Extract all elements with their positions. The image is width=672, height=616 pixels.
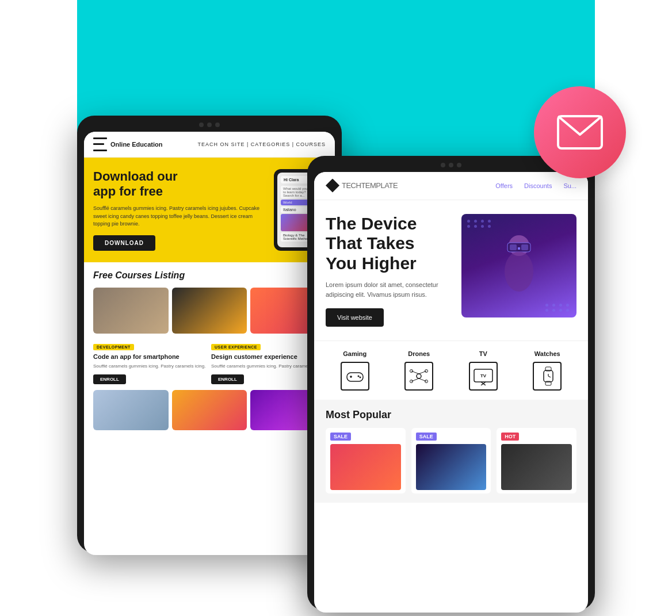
svg-point-12: [417, 374, 421, 378]
tablets-container: Online Education TEACH ON SITE | CATEGOR…: [77, 81, 595, 570]
course-image-1: [93, 288, 169, 334]
tech-nav-links: Offers Discounts Su...: [495, 182, 576, 189]
product-image-1: [330, 444, 401, 490]
category-drones: Drones: [390, 350, 449, 391]
mail-icon-container: [534, 86, 626, 178]
gaming-icon: [341, 362, 369, 391]
scene: Online Education TEACH ON SITE | CATEGOR…: [0, 0, 672, 616]
tablet-left: Online Education TEACH ON SITE | CATEGOR…: [77, 116, 342, 553]
tech-nav-offers[interactable]: Offers: [495, 182, 513, 189]
product-image-3: [501, 444, 572, 490]
vr-person-icon: [496, 231, 542, 300]
tech-logo: TECHTEMPLATE: [326, 179, 398, 193]
bottom-image-1: [93, 390, 169, 430]
vr-dot: [488, 220, 491, 223]
drones-icon: [404, 362, 433, 391]
enroll-button-1[interactable]: ENROLL: [93, 374, 126, 384]
tech-nav-sub[interactable]: Su...: [563, 182, 576, 189]
svg-rect-4: [521, 244, 528, 250]
tech-hero-description: Lorem ipsum dolor sit amet, consectetur …: [326, 280, 450, 299]
tech-logo-text: TECHTEMPLATE: [342, 181, 398, 190]
tv-icon: TV: [469, 362, 498, 391]
vr-dot: [559, 304, 562, 307]
svg-rect-5: [518, 247, 520, 250]
edu-courses-section: Free Courses Listing DEVELOPMENT Code an…: [84, 262, 335, 438]
tablet-left-dots: [84, 123, 335, 127]
logo-bar: [93, 137, 107, 139]
vr-dots-bottom: [545, 304, 571, 312]
course-image-2: [172, 288, 247, 334]
vr-dots-top: [467, 220, 492, 228]
vr-dot: [474, 220, 477, 223]
dot: [199, 123, 204, 127]
edu-hero: Download our app for free Soufflé carame…: [84, 158, 335, 262]
edu-logo: Online Education: [93, 137, 162, 151]
svg-point-11: [359, 377, 361, 378]
course-bottom-images: [93, 390, 326, 430]
edu-logo-icon: [93, 137, 107, 151]
svg-point-10: [357, 376, 359, 377]
tech-navbar: TECHTEMPLATE Offers Discounts Su...: [314, 172, 588, 200]
popular-products-row: SALE SALE HOT: [326, 428, 576, 493]
vr-dot: [545, 304, 548, 307]
tech-hero-text: The Device That Takes You Higher Lorem i…: [326, 214, 450, 327]
dot: [215, 123, 220, 127]
dot: [441, 163, 445, 167]
tech-hero-image: [461, 214, 576, 317]
tablet-right-screen: TECHTEMPLATE Offers Discounts Su... The …: [314, 172, 588, 613]
product-card-3: HOT: [497, 428, 576, 493]
svg-line-29: [548, 376, 551, 377]
product-card-2: SALE: [411, 428, 491, 493]
category-drones-label: Drones: [390, 350, 449, 357]
vr-dot: [488, 225, 491, 228]
product-badge-3: HOT: [501, 433, 519, 441]
edu-download-button[interactable]: DOWNLOAD: [93, 235, 155, 251]
logo-bar: [93, 150, 107, 151]
edu-hero-heading: Download our app for free: [93, 169, 267, 200]
tech-popular: Most Popular SALE SALE HOT: [314, 400, 588, 503]
bottom-image-2: [172, 390, 247, 430]
popular-heading: Most Popular: [326, 409, 576, 421]
category-gaming-label: Gaming: [326, 350, 384, 357]
dot: [207, 123, 212, 127]
vr-dot: [566, 304, 569, 307]
courses-heading: Free Courses Listing: [93, 270, 326, 281]
tech-nav-discounts[interactable]: Discounts: [524, 182, 552, 189]
tech-hero-heading: The Device That Takes You Higher: [326, 214, 450, 274]
vr-dot: [467, 220, 470, 223]
visit-website-button[interactable]: Visit website: [326, 308, 384, 327]
product-badge-1: SALE: [330, 433, 351, 441]
categories-row: Gaming: [326, 350, 576, 391]
vr-dot: [467, 225, 470, 228]
vr-dot: [552, 304, 555, 307]
course-images-row: [93, 288, 326, 334]
svg-rect-3: [510, 244, 517, 250]
enroll-button-2[interactable]: ENROLL: [211, 374, 244, 384]
category-watches: Watches: [518, 350, 577, 391]
vr-dot: [552, 309, 555, 312]
product-badge-2: SALE: [416, 433, 437, 441]
category-tv: TV TV: [454, 350, 513, 391]
dot: [457, 163, 461, 167]
course-tag-ux: USER EXPERIENCE: [211, 344, 261, 350]
dot: [449, 163, 453, 167]
edu-navbar: Online Education TEACH ON SITE | CATEGOR…: [84, 132, 335, 158]
mail-icon: [557, 115, 603, 150]
category-tv-label: TV: [454, 350, 513, 357]
svg-point-6: [505, 251, 533, 292]
vr-dot: [481, 220, 484, 223]
edu-logo-text: Online Education: [110, 141, 162, 148]
category-watches-label: Watches: [518, 350, 577, 357]
watches-icon: [533, 362, 562, 391]
vr-dot: [559, 309, 562, 312]
product-image-2: [416, 444, 487, 490]
product-card-1: SALE: [326, 428, 406, 493]
course-desc-1: Soufflé caramels gummies icing. Pastry c…: [93, 363, 208, 369]
course-title-1: Code an app for smartphone: [93, 353, 208, 361]
tech-logo-mark: [326, 179, 339, 193]
course-card-1: DEVELOPMENT Code an app for smartphone S…: [93, 340, 208, 384]
tech-hero: The Device That Takes You Higher Lorem i…: [314, 200, 588, 341]
category-gaming: Gaming: [326, 350, 384, 391]
tablet-right: TECHTEMPLATE Offers Discounts Su... The …: [307, 156, 595, 610]
edu-hero-text: Download our app for free Soufflé carame…: [93, 169, 267, 251]
